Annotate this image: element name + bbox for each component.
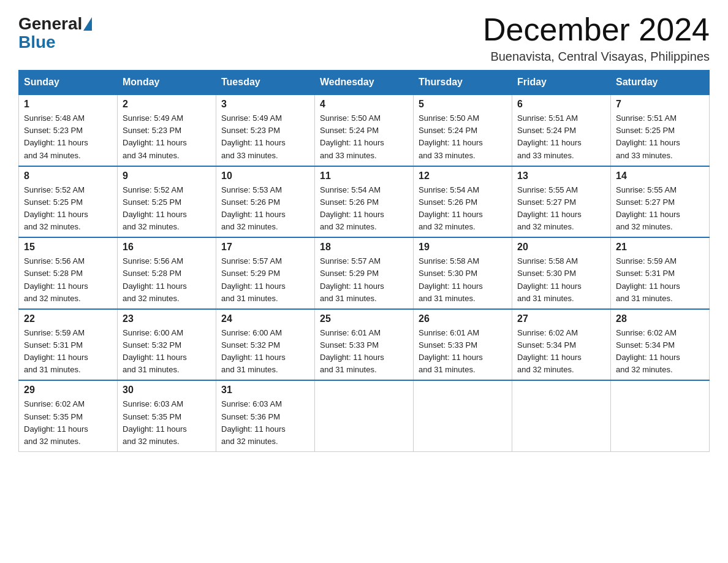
day-number: 12 <box>419 170 507 182</box>
calendar-cell: 15Sunrise: 5:56 AMSunset: 5:28 PMDayligh… <box>19 237 118 309</box>
day-info: Sunrise: 5:49 AMSunset: 5:23 PMDaylight:… <box>221 112 309 162</box>
day-info: Sunrise: 5:57 AMSunset: 5:29 PMDaylight:… <box>221 255 309 305</box>
calendar-cell: 21Sunrise: 5:59 AMSunset: 5:31 PMDayligh… <box>611 237 710 309</box>
calendar-cell: 24Sunrise: 6:00 AMSunset: 5:32 PMDayligh… <box>216 309 315 381</box>
day-info: Sunrise: 6:00 AMSunset: 5:32 PMDaylight:… <box>123 327 211 377</box>
day-number: 6 <box>517 99 605 110</box>
weekday-header-thursday: Thursday <box>414 71 512 95</box>
calendar-cell: 12Sunrise: 5:54 AMSunset: 5:26 PMDayligh… <box>414 166 512 238</box>
calendar-cell: 20Sunrise: 5:58 AMSunset: 5:30 PMDayligh… <box>512 237 611 309</box>
day-number: 28 <box>616 313 704 324</box>
day-number: 27 <box>517 313 605 324</box>
calendar-cell: 10Sunrise: 5:53 AMSunset: 5:26 PMDayligh… <box>216 166 315 238</box>
day-number: 11 <box>320 170 408 182</box>
day-info: Sunrise: 5:52 AMSunset: 5:25 PMDaylight:… <box>24 184 112 234</box>
day-info: Sunrise: 5:55 AMSunset: 5:27 PMDaylight:… <box>517 184 605 234</box>
day-info: Sunrise: 6:00 AMSunset: 5:32 PMDaylight:… <box>221 327 309 377</box>
day-number: 14 <box>616 170 704 182</box>
weekday-header-monday: Monday <box>118 71 216 95</box>
calendar-header: SundayMondayTuesdayWednesdayThursdayFrid… <box>19 71 710 95</box>
calendar-cell: 11Sunrise: 5:54 AMSunset: 5:26 PMDayligh… <box>315 166 414 238</box>
day-number: 10 <box>221 170 309 182</box>
calendar-cell: 31Sunrise: 6:03 AMSunset: 5:36 PMDayligh… <box>216 380 315 451</box>
day-number: 20 <box>517 242 605 253</box>
day-number: 24 <box>221 313 309 324</box>
calendar-cell: 28Sunrise: 6:02 AMSunset: 5:34 PMDayligh… <box>611 309 710 381</box>
calendar-week-row: 22Sunrise: 5:59 AMSunset: 5:31 PMDayligh… <box>19 309 710 381</box>
day-info: Sunrise: 5:59 AMSunset: 5:31 PMDaylight:… <box>616 255 704 305</box>
calendar-cell: 1Sunrise: 5:48 AMSunset: 5:23 PMDaylight… <box>19 94 118 166</box>
calendar-cell: 6Sunrise: 5:51 AMSunset: 5:24 PMDaylight… <box>512 94 611 166</box>
day-number: 5 <box>419 99 507 110</box>
day-number: 19 <box>419 242 507 253</box>
logo-triangle-icon <box>83 17 92 31</box>
day-info: Sunrise: 6:01 AMSunset: 5:33 PMDaylight:… <box>419 327 507 377</box>
day-number: 23 <box>123 313 211 324</box>
calendar-cell: 2Sunrise: 5:49 AMSunset: 5:23 PMDaylight… <box>118 94 216 166</box>
day-number: 4 <box>320 99 408 110</box>
calendar-cell: 27Sunrise: 6:02 AMSunset: 5:34 PMDayligh… <box>512 309 611 381</box>
calendar-week-row: 29Sunrise: 6:02 AMSunset: 5:35 PMDayligh… <box>19 380 710 451</box>
calendar-cell: 18Sunrise: 5:57 AMSunset: 5:29 PMDayligh… <box>315 237 414 309</box>
weekday-header-saturday: Saturday <box>611 71 710 95</box>
calendar-body: 1Sunrise: 5:48 AMSunset: 5:23 PMDaylight… <box>19 94 710 451</box>
logo-blue: Blue <box>18 33 56 52</box>
weekday-header-friday: Friday <box>512 71 611 95</box>
calendar-cell: 14Sunrise: 5:55 AMSunset: 5:27 PMDayligh… <box>611 166 710 238</box>
calendar-cell: 22Sunrise: 5:59 AMSunset: 5:31 PMDayligh… <box>19 309 118 381</box>
day-number: 29 <box>24 385 112 396</box>
calendar-cell: 3Sunrise: 5:49 AMSunset: 5:23 PMDaylight… <box>216 94 315 166</box>
day-info: Sunrise: 5:57 AMSunset: 5:29 PMDaylight:… <box>320 255 408 305</box>
day-number: 7 <box>616 99 704 110</box>
day-info: Sunrise: 6:02 AMSunset: 5:35 PMDaylight:… <box>24 398 112 448</box>
calendar-cell: 17Sunrise: 5:57 AMSunset: 5:29 PMDayligh… <box>216 237 315 309</box>
weekday-header-wednesday: Wednesday <box>315 71 414 95</box>
day-info: Sunrise: 5:50 AMSunset: 5:24 PMDaylight:… <box>419 112 507 162</box>
calendar-cell: 13Sunrise: 5:55 AMSunset: 5:27 PMDayligh… <box>512 166 611 238</box>
day-number: 25 <box>320 313 408 324</box>
day-number: 13 <box>517 170 605 182</box>
day-info: Sunrise: 5:56 AMSunset: 5:28 PMDaylight:… <box>24 255 112 305</box>
calendar-cell: 30Sunrise: 6:03 AMSunset: 5:35 PMDayligh… <box>118 380 216 451</box>
calendar-cell: 9Sunrise: 5:52 AMSunset: 5:25 PMDaylight… <box>118 166 216 238</box>
logo-text: General <box>18 15 93 33</box>
calendar-table: SundayMondayTuesdayWednesdayThursdayFrid… <box>18 70 710 452</box>
day-number: 8 <box>24 170 112 182</box>
day-info: Sunrise: 5:51 AMSunset: 5:25 PMDaylight:… <box>616 112 704 162</box>
calendar-cell: 23Sunrise: 6:00 AMSunset: 5:32 PMDayligh… <box>118 309 216 381</box>
title-block: December 2024 Buenavista, Central Visaya… <box>483 12 710 64</box>
calendar-cell: 29Sunrise: 6:02 AMSunset: 5:35 PMDayligh… <box>19 380 118 451</box>
day-number: 1 <box>24 99 112 110</box>
calendar-cell <box>512 380 611 451</box>
day-info: Sunrise: 6:03 AMSunset: 5:36 PMDaylight:… <box>221 398 309 448</box>
calendar-cell: 25Sunrise: 6:01 AMSunset: 5:33 PMDayligh… <box>315 309 414 381</box>
weekday-header-row: SundayMondayTuesdayWednesdayThursdayFrid… <box>19 71 710 95</box>
calendar-week-row: 1Sunrise: 5:48 AMSunset: 5:23 PMDaylight… <box>19 94 710 166</box>
location-subtitle: Buenavista, Central Visayas, Philippines <box>483 50 710 64</box>
day-info: Sunrise: 5:50 AMSunset: 5:24 PMDaylight:… <box>320 112 408 162</box>
weekday-header-tuesday: Tuesday <box>216 71 315 95</box>
day-info: Sunrise: 5:54 AMSunset: 5:26 PMDaylight:… <box>320 184 408 234</box>
day-number: 2 <box>123 99 211 110</box>
day-info: Sunrise: 5:48 AMSunset: 5:23 PMDaylight:… <box>24 112 112 162</box>
day-number: 3 <box>221 99 309 110</box>
calendar-cell <box>414 380 512 451</box>
day-number: 16 <box>123 242 211 253</box>
calendar-cell: 26Sunrise: 6:01 AMSunset: 5:33 PMDayligh… <box>414 309 512 381</box>
day-info: Sunrise: 6:01 AMSunset: 5:33 PMDaylight:… <box>320 327 408 377</box>
day-info: Sunrise: 5:55 AMSunset: 5:27 PMDaylight:… <box>616 184 704 234</box>
day-number: 17 <box>221 242 309 253</box>
calendar-week-row: 15Sunrise: 5:56 AMSunset: 5:28 PMDayligh… <box>19 237 710 309</box>
day-info: Sunrise: 5:52 AMSunset: 5:25 PMDaylight:… <box>123 184 211 234</box>
calendar-cell <box>611 380 710 451</box>
day-info: Sunrise: 5:49 AMSunset: 5:23 PMDaylight:… <box>123 112 211 162</box>
day-number: 30 <box>123 385 211 396</box>
logo-general: General <box>18 15 82 33</box>
day-number: 18 <box>320 242 408 253</box>
day-number: 26 <box>419 313 507 324</box>
calendar-cell: 4Sunrise: 5:50 AMSunset: 5:24 PMDaylight… <box>315 94 414 166</box>
header: General Blue December 2024 Buenavista, C… <box>18 12 710 64</box>
day-number: 15 <box>24 242 112 253</box>
month-year-title: December 2024 <box>483 12 710 47</box>
day-info: Sunrise: 5:59 AMSunset: 5:31 PMDaylight:… <box>24 327 112 377</box>
